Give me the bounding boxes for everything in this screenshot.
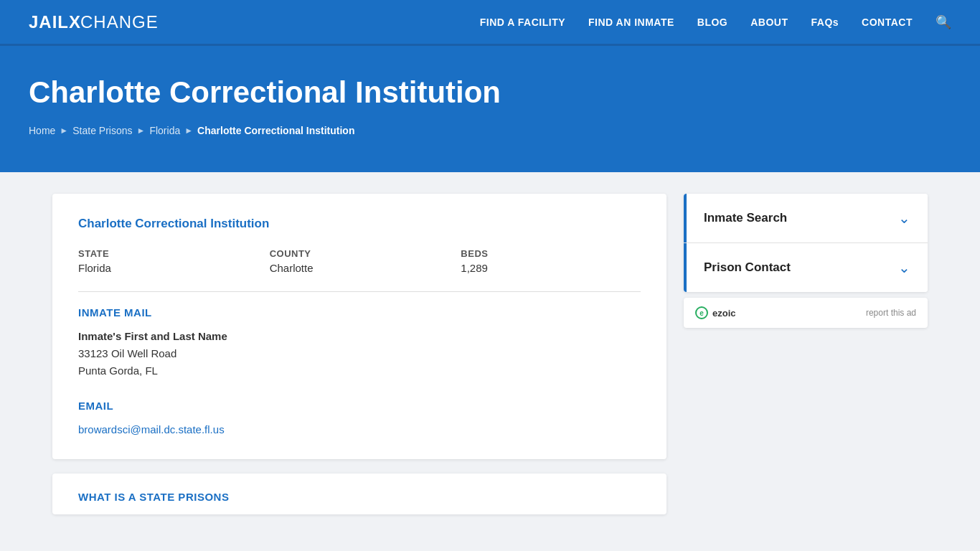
left-column: Charlotte Correctional Institution STATE… (52, 194, 666, 514)
search-icon-button[interactable]: 🔍 (936, 14, 951, 30)
state-column: STATE Florida (78, 248, 258, 274)
county-label: COUNTY (270, 248, 450, 259)
inmate-mail-title: INMATE MAIL (78, 306, 641, 319)
breadcrumb-sep-2: ► (137, 126, 146, 136)
nav-find-inmate[interactable]: FIND AN INMATE (588, 17, 674, 28)
inmate-search-label: Inmate Search (704, 211, 787, 225)
chevron-down-icon-prison-contact: ⌄ (898, 259, 910, 276)
email-title: EMAIL (78, 400, 641, 412)
county-value: Charlotte (270, 262, 450, 274)
main-content: Charlotte Correctional Institution STATE… (24, 172, 956, 536)
partial-bottom-card: WHAT IS A STATE PRISONS (52, 474, 666, 514)
state-label: STATE (78, 248, 258, 259)
accordion-item-inmate-search: Inmate Search ⌄ (684, 194, 928, 243)
beds-column: BEDS 1,289 (461, 248, 641, 274)
nav-contact[interactable]: CONTACT (862, 17, 913, 28)
sidebar: Inmate Search ⌄ Prison Contact ⌄ e ezoic… (684, 194, 928, 328)
accordion-item-prison-contact: Prison Contact ⌄ (684, 243, 928, 292)
ezoic-logo: e ezoic (695, 306, 736, 319)
hero-banner: Charlotte Correctional Institution Home … (0, 46, 980, 172)
page-title: Charlotte Correctional Institution (29, 75, 951, 110)
divider-1 (78, 291, 641, 292)
breadcrumb: Home ► State Prisons ► Florida ► Charlot… (29, 125, 951, 136)
breadcrumb-current: Charlotte Correctional Institution (197, 125, 354, 136)
report-ad-link[interactable]: report this ad (866, 308, 916, 318)
email-link[interactable]: browardsci@mail.dc.state.fl.us (78, 423, 225, 435)
logo-x: X (69, 12, 80, 32)
breadcrumb-sep-1: ► (60, 126, 68, 136)
logo-exchange: CHANGE (80, 12, 159, 32)
address-line1: 33123 Oil Well Road (78, 345, 641, 362)
navbar: JAILXCHANGE FIND A FACILITY FIND AN INMA… (0, 0, 980, 46)
nav-about[interactable]: ABOUT (750, 17, 788, 28)
county-column: COUNTY Charlotte (270, 248, 450, 274)
chevron-down-icon-inmate-search: ⌄ (898, 209, 910, 227)
prison-contact-label: Prison Contact (704, 260, 791, 275)
inmate-name-label: Inmate's First and Last Name (78, 330, 641, 342)
beds-label: BEDS (461, 248, 641, 259)
ad-bar: e ezoic report this ad (684, 298, 928, 328)
logo[interactable]: JAILXCHANGE (29, 12, 159, 32)
breadcrumb-home[interactable]: Home (29, 125, 55, 136)
accordion-header-inmate-search[interactable]: Inmate Search ⌄ (684, 194, 928, 242)
breadcrumb-florida[interactable]: Florida (149, 125, 180, 136)
card-title: Charlotte Correctional Institution (78, 217, 641, 231)
state-value: Florida (78, 262, 258, 274)
address-line2: Punta Gorda, FL (78, 362, 641, 380)
ezoic-icon: e (695, 306, 708, 319)
info-grid: STATE Florida COUNTY Charlotte BEDS 1,28… (78, 248, 641, 274)
ezoic-label: ezoic (712, 308, 736, 319)
nav-find-facility[interactable]: FIND A FACILITY (480, 17, 565, 28)
bottom-section-title: WHAT IS A STATE PRISONS (78, 491, 641, 503)
breadcrumb-state-prisons[interactable]: State Prisons (72, 125, 132, 136)
email-section: EMAIL browardsci@mail.dc.state.fl.us (78, 400, 641, 436)
nav-blog[interactable]: BLOG (697, 17, 727, 28)
nav-faqs[interactable]: FAQs (811, 17, 839, 28)
sidebar-accordion: Inmate Search ⌄ Prison Contact ⌄ (684, 194, 928, 292)
info-card: Charlotte Correctional Institution STATE… (52, 194, 666, 459)
nav-links: FIND A FACILITY FIND AN INMATE BLOG ABOU… (480, 14, 951, 30)
breadcrumb-sep-3: ► (184, 126, 193, 136)
logo-jail: JAIL (29, 12, 69, 32)
beds-value: 1,289 (461, 262, 641, 274)
accordion-header-prison-contact[interactable]: Prison Contact ⌄ (684, 243, 928, 292)
